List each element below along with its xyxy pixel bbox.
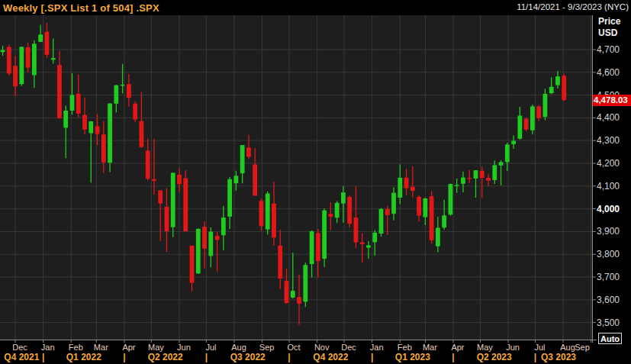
candle-body xyxy=(555,76,560,85)
candle-body xyxy=(139,121,143,147)
candle-body xyxy=(549,87,554,93)
quarter-separator: | xyxy=(288,352,290,362)
candle-body xyxy=(347,197,352,224)
last-price-badge: 4,478.03 xyxy=(593,95,631,106)
candle-body xyxy=(215,236,220,240)
candle xyxy=(530,105,535,134)
candle-body xyxy=(95,126,100,134)
candle-body xyxy=(108,104,112,163)
candle-body xyxy=(101,134,106,163)
price-tick-label: 3,800 xyxy=(597,249,620,259)
candle-body xyxy=(354,217,359,243)
candle-body xyxy=(183,178,188,231)
candle-body xyxy=(227,179,232,217)
candle-body xyxy=(202,227,207,248)
candle-body xyxy=(233,176,238,183)
candle-body xyxy=(474,170,478,179)
candle-body xyxy=(158,190,163,203)
candle-body xyxy=(63,111,68,128)
candle-body xyxy=(221,217,226,235)
month-label: Jul xyxy=(534,343,545,352)
candle-body xyxy=(190,246,195,283)
candle-body xyxy=(70,95,75,110)
quarter-label: Q2 2022 xyxy=(148,352,183,362)
candle xyxy=(379,208,384,237)
quarter-label: Q1 2023 xyxy=(395,352,430,362)
candle-body xyxy=(208,232,213,256)
candle-body xyxy=(246,147,251,156)
month-label: Apr xyxy=(122,343,135,352)
quarter-label: Q2 2023 xyxy=(477,352,512,362)
month-label: Oct xyxy=(287,343,300,352)
price-tick-label: 4,600 xyxy=(597,67,620,78)
candle-body xyxy=(38,34,43,42)
candle-body xyxy=(291,291,295,298)
candle-body xyxy=(391,193,396,214)
price-tick-label: 4,200 xyxy=(597,158,620,169)
candle-body xyxy=(423,198,427,217)
candle-body xyxy=(303,265,307,301)
candle-body xyxy=(82,115,87,130)
candle-body xyxy=(121,85,125,85)
quarter-label: Q4 2022 xyxy=(313,352,348,362)
month-label: Sep xyxy=(575,343,590,352)
candle-body xyxy=(480,171,485,178)
candle xyxy=(303,263,307,307)
candle xyxy=(322,208,327,267)
candle-body xyxy=(196,229,201,274)
candle-body xyxy=(13,66,18,86)
month-label: Jan xyxy=(41,343,55,352)
candle-body xyxy=(372,233,377,242)
quarter-label: Q4 2021 xyxy=(4,352,39,362)
candle xyxy=(259,198,264,230)
candle-body xyxy=(461,178,465,184)
month-label: Apr xyxy=(451,343,464,352)
candle-body xyxy=(7,47,11,73)
quarter-label: Q3 2022 xyxy=(230,352,266,362)
candle-body xyxy=(297,297,301,304)
candle-body xyxy=(436,227,440,246)
candle-body xyxy=(379,209,384,234)
candle-body xyxy=(530,106,535,130)
month-label: Aug xyxy=(231,343,246,352)
price-axis-title: Price USD xyxy=(598,16,620,39)
candle-body xyxy=(76,94,81,114)
candle-body xyxy=(285,281,289,303)
month-label: Mar xyxy=(94,343,108,352)
candle-body xyxy=(398,178,402,198)
candle-body xyxy=(385,209,390,215)
candle-body xyxy=(543,94,548,117)
candle xyxy=(133,101,137,122)
candle xyxy=(19,47,24,86)
candle-body xyxy=(492,165,497,179)
month-label: Dec xyxy=(12,343,27,352)
candle-body xyxy=(562,76,566,100)
candle-body xyxy=(272,204,276,238)
candle-body xyxy=(442,215,446,227)
candle-body xyxy=(499,162,504,165)
candle-body xyxy=(1,50,5,53)
candle-body xyxy=(449,184,453,214)
price-axis-title-line2: USD xyxy=(598,27,620,39)
candle-body xyxy=(19,47,24,84)
candle-body xyxy=(417,197,421,216)
month-label: Feb xyxy=(69,343,83,352)
auto-scale-button[interactable]: Auto xyxy=(598,333,622,344)
candle-body xyxy=(524,119,529,130)
candle-body xyxy=(455,185,459,185)
candle-body xyxy=(240,145,245,173)
price-tick-label: 4,100 xyxy=(597,181,620,192)
plot-background xyxy=(0,15,593,340)
price-tick-label: 3,500 xyxy=(597,317,620,328)
candle-body xyxy=(511,141,516,144)
quarter-label: Q1 2022 xyxy=(66,352,101,362)
candlestick-chart[interactable] xyxy=(0,0,631,364)
quarter-separator: | xyxy=(123,352,125,362)
candle xyxy=(347,195,352,227)
candle xyxy=(108,103,112,172)
price-tick-label: 3,600 xyxy=(597,295,620,305)
quarter-separator: | xyxy=(42,352,44,362)
candle-body xyxy=(536,106,541,118)
price-tick-label: 3,900 xyxy=(597,226,620,237)
price-tick-label: 3,700 xyxy=(597,272,620,282)
